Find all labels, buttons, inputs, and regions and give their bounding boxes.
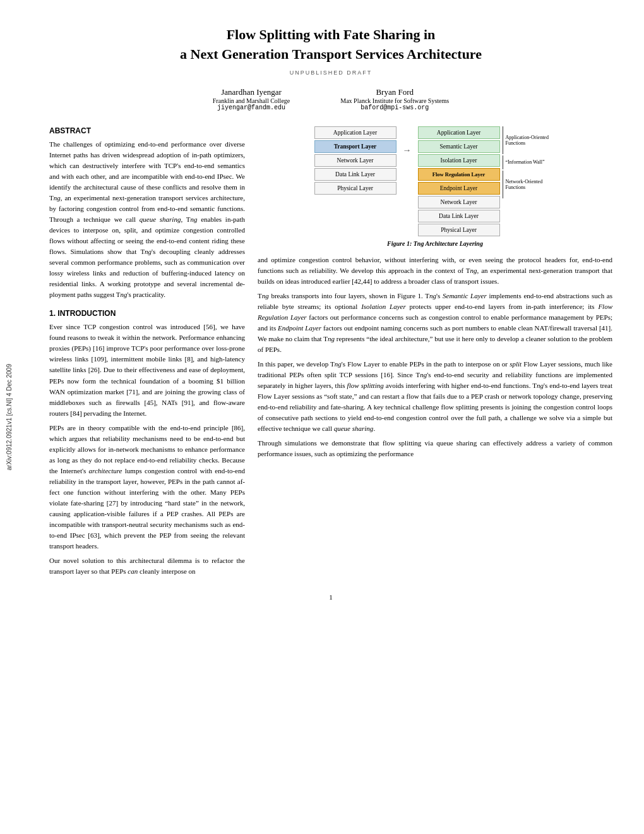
figure-caption: Figure 1: Tng Architecture Layering: [258, 240, 612, 247]
arch-annotations: Application-OrientedFunctions “Informati…: [503, 126, 556, 198]
figure-caption-text: Figure 1: Tng Architecture Layering: [387, 240, 483, 247]
author-2: Bryan Ford Max Planck Institute for Soft…: [340, 87, 449, 111]
right-para4: Through simulations we demonstrate that …: [258, 438, 612, 459]
left-layer-network: Network Layer: [314, 154, 397, 167]
right-layer-app: Application Layer: [418, 126, 500, 139]
author-2-affil: Max Planck Institute for Software System…: [340, 97, 449, 104]
right-para1: and optimize congestion control behavior…: [258, 255, 612, 287]
right-arrow-icon: →: [403, 145, 412, 155]
left-layer-datalink: Data Link Layer: [314, 168, 397, 181]
arxiv-bar: arXiv:0912.0921v1 [cs.NI] 4 Dec 2009: [0, 0, 18, 834]
title-section: Flow Splitting with Fate Sharing in a Ne…: [49, 25, 612, 76]
annot-netoriented-label: Network-OrientedFunctions: [506, 179, 543, 190]
page-number: 1: [49, 593, 612, 601]
right-column: Application Layer Transport Layer Networ…: [258, 126, 612, 581]
left-layer-app: Application Layer: [314, 126, 397, 139]
paper-title: Flow Splitting with Fate Sharing in a Ne…: [49, 25, 612, 64]
abstract-heading: ABSTRACT: [49, 126, 245, 135]
arxiv-label: arXiv:0912.0921v1 [cs.NI] 4 Dec 2009: [6, 364, 13, 470]
right-layer-datalink: Data Link Layer: [418, 210, 500, 222]
right-layer-flowreg: Flow Regulation Layer: [418, 168, 500, 181]
right-para3: In this paper, we develop Tng's Flow Lay…: [258, 359, 612, 434]
page-content: Flow Splitting with Fate Sharing in a Ne…: [18, 0, 644, 626]
section1-para2: PEPs are in theory compatible with the e…: [49, 423, 245, 552]
right-layer-endpoint: Endpoint Layer: [418, 182, 500, 195]
annot-infowall: “Information Wall”: [503, 155, 556, 169]
left-layer-physical: Physical Layer: [314, 182, 397, 195]
right-layer-physical: Physical Layer: [418, 224, 500, 236]
draft-tag: UNPUBLISHED DRAFT: [49, 70, 612, 76]
right-layer-isolation: Isolation Layer: [418, 154, 500, 167]
author-2-email: baford@mpi-sws.org: [340, 104, 449, 111]
two-col-layout: ABSTRACT The challenges of optimizing en…: [49, 126, 612, 581]
annot-infowall-label: “Information Wall”: [506, 159, 545, 165]
figure-1: Application Layer Transport Layer Networ…: [258, 126, 612, 247]
annot-apporiented-label: Application-OrientedFunctions: [506, 135, 549, 146]
figure-diagram: Application Layer Transport Layer Networ…: [258, 126, 612, 236]
author-1-affil: Franklin and Marshall College: [213, 97, 290, 104]
author-1: Janardhan Iyengar Franklin and Marshall …: [213, 87, 290, 111]
left-column: ABSTRACT The challenges of optimizing en…: [49, 126, 245, 581]
author-1-name: Janardhan Iyengar: [213, 87, 290, 97]
arch-arrow: →: [403, 126, 412, 155]
right-layer-network: Network Layer: [418, 196, 500, 208]
section1-para3: Our novel solution to this architectural…: [49, 555, 245, 577]
authors-row: Janardhan Iyengar Franklin and Marshall …: [49, 87, 612, 111]
right-para2: Tng breaks transports into four layers, …: [258, 291, 612, 355]
abstract-text: The challenges of optimizing end-to-end …: [49, 139, 245, 301]
right-arch-stack: Application Layer Semantic Layer Isolati…: [418, 126, 500, 236]
annot-netoriented: Network-OrientedFunctions: [503, 171, 556, 198]
left-layer-transport: Transport Layer: [314, 140, 397, 153]
left-arch-stack: Application Layer Transport Layer Networ…: [314, 126, 397, 195]
section1-heading: 1. INTRODUCTION: [49, 309, 245, 318]
author-1-email: jiyengar@fandm.edu: [213, 104, 290, 111]
right-layer-semantic: Semantic Layer: [418, 140, 500, 153]
author-2-name: Bryan Ford: [340, 87, 449, 97]
annot-apporiented: Application-OrientedFunctions: [503, 126, 556, 154]
section1-para1: Ever since TCP congestion control was in…: [49, 322, 245, 418]
